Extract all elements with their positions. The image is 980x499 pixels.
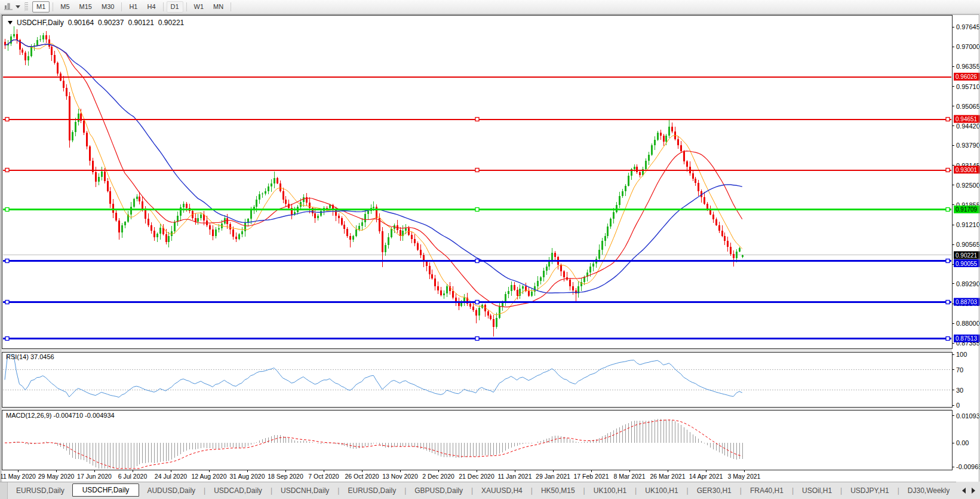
svg-text:7 Oct 2020: 7 Oct 2020 <box>308 473 339 480</box>
toolbar-divider <box>163 2 164 11</box>
svg-text:29 Jan 2021: 29 Jan 2021 <box>536 473 570 480</box>
svg-text:17 Jun 2020: 17 Jun 2020 <box>77 473 112 480</box>
chart-title: USDCHF,Daily 0.90164 0.90237 0.90121 0.9… <box>8 19 184 27</box>
tab-dj30-weekly[interactable]: DJ30,Weekly <box>900 485 957 497</box>
svg-text:12 Aug 2020: 12 Aug 2020 <box>192 473 227 480</box>
tab-usdcad-daily[interactable]: USDCAD,Daily <box>206 485 270 497</box>
tab-usoil-h1[interactable]: USOil,H1 <box>794 485 840 497</box>
svg-text:0.91709: 0.91709 <box>956 206 978 213</box>
chart-tab-bar: EURUSD,DailyUSDCHF,DailyAUDUSD,Daily|USD… <box>0 482 980 499</box>
svg-text:18 Sep 2020: 18 Sep 2020 <box>268 473 303 480</box>
svg-text:13 Nov 2020: 13 Nov 2020 <box>382 473 418 480</box>
timeframe-button-MN[interactable]: MN <box>209 1 228 13</box>
chart-type-icon <box>4 2 13 11</box>
svg-text:11 May 2020: 11 May 2020 <box>0 473 36 480</box>
tab-audusd-daily[interactable]: AUDUSD,Daily <box>139 485 203 497</box>
timeframe-button-D1[interactable]: D1 <box>167 1 183 13</box>
rsi-indicator-label: RSI(14) 37.0456 <box>6 353 54 360</box>
toolbar-divider <box>186 2 187 11</box>
ohlc-high: 0.90237 <box>98 19 124 27</box>
toolbar-divider <box>121 2 122 11</box>
svg-text:70: 70 <box>956 366 963 374</box>
toolbar-divider <box>53 2 53 11</box>
toolbar: M1M5M15M30H1H4D1W1MN <box>0 0 980 14</box>
toolbar-grip[interactable] <box>24 2 28 11</box>
tab-usdjpy-h1[interactable]: USDJPY,H1 <box>843 485 896 497</box>
svg-text:0.87513: 0.87513 <box>956 335 978 342</box>
timeframe-button-M15[interactable]: M15 <box>75 1 96 13</box>
svg-text:21 Dec 2020: 21 Dec 2020 <box>459 473 494 480</box>
symbol-dropdown-icon[interactable] <box>8 21 13 25</box>
svg-text:0.97000: 0.97000 <box>956 43 980 50</box>
tab-bar-edge <box>0 482 8 499</box>
tab-fra40-h1[interactable]: FRA40,H1 <box>742 485 791 497</box>
svg-text:-0.009653: -0.009653 <box>956 463 980 470</box>
tab-uk100-h1[interactable]: UK100,H1 <box>586 485 634 497</box>
timeframe-button-M5[interactable]: M5 <box>56 1 73 13</box>
tab-scroll-controls <box>956 482 980 499</box>
svg-text:0.90565: 0.90565 <box>956 241 980 248</box>
toolbar-divider <box>231 2 231 11</box>
timeframe-button-H1[interactable]: H1 <box>125 1 142 13</box>
svg-text:3 May 2021: 3 May 2021 <box>728 473 761 480</box>
tab-eurusd-daily[interactable]: EURUSD,Daily <box>8 485 72 497</box>
svg-text:17 Feb 2021: 17 Feb 2021 <box>574 473 609 480</box>
tab-scroll-right-icon[interactable] <box>972 488 975 494</box>
svg-text:2 Dec 2020: 2 Dec 2020 <box>422 473 454 480</box>
svg-text:0.95065: 0.95065 <box>956 103 980 110</box>
timeframe-button-W1[interactable]: W1 <box>190 1 208 13</box>
svg-text:0.90055: 0.90055 <box>956 261 978 267</box>
svg-text:100: 100 <box>956 351 967 358</box>
ohlc-close: 0.90221 <box>158 19 184 27</box>
svg-text:0.00: 0.00 <box>956 439 969 446</box>
timeframe-button-M30[interactable]: M30 <box>97 1 118 13</box>
tab-hk50-m15[interactable]: HK50,M15 <box>533 485 583 497</box>
chart-mode-button[interactable] <box>2 2 22 11</box>
svg-text:0: 0 <box>956 402 960 409</box>
ohlc-open: 0.90164 <box>68 19 94 27</box>
chart-symbol-period: USDCHF,Daily <box>17 19 64 27</box>
svg-text:6 Jul 2020: 6 Jul 2020 <box>118 473 148 480</box>
svg-text:0.88000: 0.88000 <box>956 320 980 327</box>
svg-text:0.96026: 0.96026 <box>956 74 978 80</box>
svg-text:0.93790: 0.93790 <box>956 142 980 149</box>
timeframe-button-group: M1M5M15M30H1H4D1W1MN <box>32 1 234 13</box>
svg-text:29 May 2020: 29 May 2020 <box>38 473 75 480</box>
tab-scroll-left-icon[interactable] <box>962 488 966 494</box>
tab-xauusd-h4[interactable]: XAUUSD,H4 <box>474 485 530 497</box>
tab-eurusd-daily[interactable]: EURUSD,Daily <box>340 485 404 497</box>
chevron-down-icon <box>16 5 20 8</box>
timeframe-button-H4[interactable]: H4 <box>143 1 159 13</box>
svg-text:14 Apr 2021: 14 Apr 2021 <box>689 473 723 480</box>
macd-indicator-label: MACD(12,26,9) -0.004710 -0.004934 <box>6 412 115 419</box>
tab-uk100-h1[interactable]: UK100,H1 <box>637 485 686 497</box>
svg-text:0.88703: 0.88703 <box>956 299 978 305</box>
svg-text:0.90221: 0.90221 <box>956 252 978 259</box>
svg-text:0.94420: 0.94420 <box>956 123 980 130</box>
tab-gbpusd-daily[interactable]: GBPUSD,Daily <box>407 485 471 497</box>
timeframe-button-M1[interactable]: M1 <box>32 1 50 13</box>
svg-text:0.97645: 0.97645 <box>956 23 980 30</box>
svg-text:0.010933: 0.010933 <box>956 412 980 420</box>
svg-text:24 Jul 2020: 24 Jul 2020 <box>155 473 187 480</box>
tab-ger30-h1[interactable]: GER30,H1 <box>689 485 739 497</box>
svg-text:31 Aug 2020: 31 Aug 2020 <box>230 473 265 480</box>
svg-text:8 Mar 2021: 8 Mar 2021 <box>613 473 645 480</box>
svg-text:26 Mar 2021: 26 Mar 2021 <box>650 473 686 480</box>
tab-list: EURUSD,DailyUSDCHF,DailyAUDUSD,Daily|USD… <box>8 485 980 497</box>
tab-usdchf-daily[interactable]: USDCHF,Daily <box>72 483 140 497</box>
svg-text:26 Oct 2020: 26 Oct 2020 <box>345 473 379 480</box>
svg-text:30: 30 <box>956 387 963 394</box>
svg-text:0.96355: 0.96355 <box>956 63 980 70</box>
ohlc-low: 0.90121 <box>128 19 153 27</box>
price-chart-canvas[interactable]: 0.976450.970000.963550.957100.950650.944… <box>0 0 980 499</box>
svg-text:0.91210: 0.91210 <box>956 221 980 228</box>
svg-text:0.93001: 0.93001 <box>956 167 978 173</box>
svg-text:0.94651: 0.94651 <box>956 116 978 123</box>
svg-text:0.92500: 0.92500 <box>956 182 980 189</box>
tab-usdcnh-daily[interactable]: USDCNH,Daily <box>273 485 337 497</box>
svg-text:11 Jan 2021: 11 Jan 2021 <box>497 473 532 480</box>
svg-text:0.89290: 0.89290 <box>956 280 980 287</box>
svg-text:0.95710: 0.95710 <box>956 83 980 90</box>
